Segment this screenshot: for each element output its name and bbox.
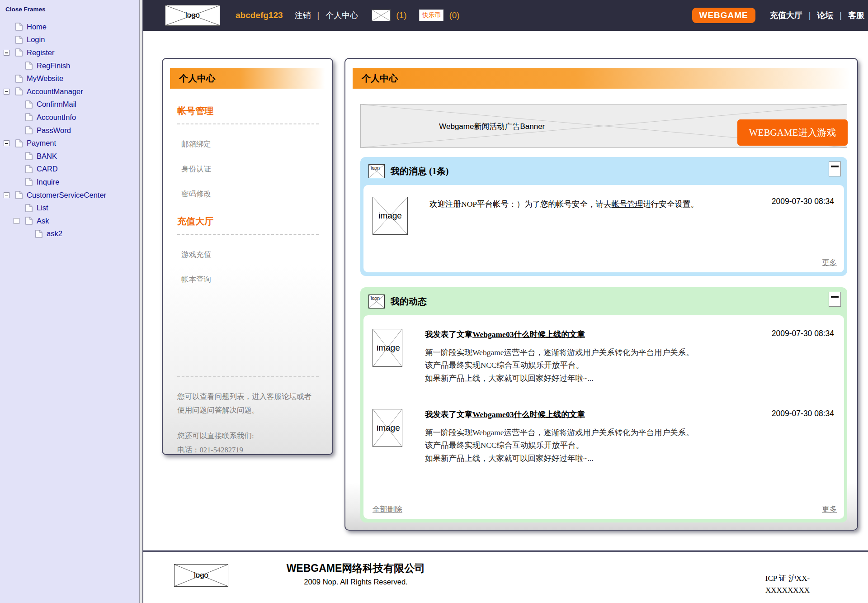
page-icon [25,217,33,225]
menu-item-password[interactable]: 密码修改 [177,189,319,199]
menu-item-identity[interactable]: 身份认证 [177,164,319,174]
contact-line: 您还可以直接联系我们: [177,431,319,441]
phone-number: 电话：021-54282719 [177,445,319,455]
site-logo[interactable]: logo [165,5,220,26]
minimize-button[interactable] [829,292,841,307]
right-panel-title: 个人中心 [353,68,850,89]
sidebar-item-label[interactable]: Ask [37,217,49,225]
page-icon [15,23,23,31]
collapse-toggle-icon[interactable] [4,192,9,198]
collapse-toggle-icon[interactable] [4,50,9,56]
contact-us-link[interactable]: 联系我们 [222,432,252,440]
messages-icon: icon [368,164,385,178]
activity-image-placeholder: image [373,409,402,447]
messages-more-link[interactable]: 更多 [822,258,837,268]
mail-icon[interactable] [372,9,391,21]
frame-divider[interactable] [139,0,143,603]
menu-item-mail-bind[interactable]: 邮箱绑定 [177,139,319,149]
logout-link[interactable]: 注销 [295,10,311,21]
sidebar-item-ask[interactable]: Ask [0,214,139,228]
sidebar-item-mywebsite[interactable]: MyWebsite [0,72,139,85]
collapse-toggle-icon[interactable] [4,89,9,95]
personal-center-link[interactable]: 个人中心 [326,10,358,21]
sidebar-item-label[interactable]: Home [27,23,47,31]
sidebar-item-label[interactable]: Register [27,48,54,57]
forum-link[interactable]: 论坛 [817,10,833,21]
sidebar-item-register[interactable]: Register [0,46,139,59]
sidebar-item-accountmanager[interactable]: AccountManager [0,85,139,98]
account-manage-heading[interactable]: 帐号管理 [177,105,319,124]
sidebar-tree: HomeLoginRegisterRegFinishMyWebsiteAccou… [0,20,139,240]
coin-icon[interactable]: 快乐币 [419,9,443,21]
minimize-button[interactable] [829,161,841,176]
menu-item-game-recharge[interactable]: 游戏充值 [177,250,319,260]
activities-title: 我的动态 [391,295,427,308]
activities-more-link[interactable]: 更多 [822,504,837,514]
sidebar-item-bank[interactable]: BANK [0,150,139,163]
activity-item: image我发表了文章Webgame03什么时候上线的文章2009-07-30 … [373,329,837,385]
sidebar-item-label[interactable]: ConfirmMail [37,100,76,109]
sidebar-item-customerservicecenter[interactable]: CustomerServiceCenter [0,189,139,202]
sidebar-item-label[interactable]: PassWord [37,126,71,135]
my-activities-section: icon 我的动态 image我发表了文章Webgame03什么时候上线的文章2… [360,287,847,522]
sidebar-item-label[interactable]: List [37,204,48,212]
menu-item-account-inquire[interactable]: 帐本查询 [177,275,319,285]
sidebar-item-label[interactable]: CARD [37,165,58,173]
webgame-button[interactable]: WEBGAME [692,8,755,23]
recharge-hall-link[interactable]: 充值大厅 [770,10,802,21]
activity-date: 2009-07-30 08:34 [772,409,837,420]
company-name: WEBGAME网络科技有限公司 [220,561,491,575]
logo-label: logo [185,11,200,20]
top-navbar: logo abcdefg123 注销 | 个人中心 (1) 快乐币 (0) WE… [143,0,868,31]
sidebar-item-label[interactable]: CustomerServiceCenter [27,191,106,199]
messages-header: icon 我的消息 (1条) [360,157,847,185]
page-icon [15,87,23,95]
sidebar-item-label[interactable]: AccountManager [27,87,83,96]
sidebar-item-inquire[interactable]: Inquire [0,176,139,189]
recharge-hall-heading[interactable]: 充值大厅 [177,215,319,235]
enter-game-button[interactable]: WEBGAME进入游戏 [737,119,848,146]
sidebar-item-label[interactable]: BANK [37,152,57,161]
message-text-pre: 欢迎注册NOP平台帐号：）为了您的帐号安全，请去 [429,199,612,209]
collapse-toggle-icon[interactable] [14,218,19,224]
coin-count[interactable]: (0) [449,10,459,20]
separator: | [317,11,320,20]
sidebar-item-payment[interactable]: Payment [0,137,139,150]
customer-service-link[interactable]: 客服 [848,10,864,21]
sidebar-item-login[interactable]: Login [0,33,139,47]
sidebar-item-label[interactable]: Login [27,35,45,44]
footer-company-block: WEBGAME网络科技有限公司 2009 Nop. All Rights Res… [220,561,491,586]
sidebar-item-accountinfo[interactable]: AccountInfo [0,111,139,124]
icp-license: ICP 证 沪XX- XXXXXXXX [745,573,830,597]
close-frames-link[interactable]: Close Frames [0,0,139,13]
sidebar-item-password[interactable]: PassWord [0,124,139,137]
sidebar-item-label[interactable]: MyWebsite [27,74,63,83]
account-manage-link[interactable]: 帐号管理 [612,199,643,209]
collapse-toggle-icon[interactable] [4,140,9,146]
sidebar-item-card[interactable]: CARD [0,163,139,176]
mail-count[interactable]: (1) [396,10,406,20]
username: abcdefg123 [236,10,283,20]
sidebar-item-list[interactable]: List [0,201,139,214]
sidebar-item-label[interactable]: AccountInfo [37,113,76,122]
sidebar-item-label[interactable]: RegFinish [37,62,70,70]
page-icon [25,113,33,121]
activity-body: 第一阶段实现Webgame运营平台，逐渐将游戏用户关系转化为平台用户关系。该产品… [425,346,837,385]
sidebar-item-regfinish[interactable]: RegFinish [0,59,139,72]
sidebar-item-label[interactable]: Inquire [37,178,59,186]
activities-list: image我发表了文章Webgame03什么时候上线的文章2009-07-30 … [373,329,837,465]
sidebar-item-label[interactable]: Payment [27,139,56,147]
activity-article-link[interactable]: Webgame03什么时候上线的文章 [472,410,585,419]
activity-item: image我发表了文章Webgame03什么时候上线的文章2009-07-30 … [373,409,837,465]
sidebar-item-label[interactable]: ask2 [47,229,62,238]
sidebar-item-ask2[interactable]: ask2 [0,228,139,241]
contact-suffix: : [252,432,254,440]
help-text: 您可以查看问题列表，进入客服论坛或者使用问题问答解决问题。 [177,390,319,417]
frames-sidebar: Close Frames HomeLoginRegisterRegFinishM… [0,0,139,603]
delete-all-link[interactable]: 全部删除 [373,504,402,514]
sidebar-item-home[interactable]: Home [0,20,139,33]
activities-body: image我发表了文章Webgame03什么时候上线的文章2009-07-30 … [363,315,844,519]
activity-article-link[interactable]: Webgame03什么时候上线的文章 [472,330,585,339]
copyright: 2009 Nop. All Rights Reserved. [220,578,491,586]
sidebar-item-confirmmail[interactable]: ConfirmMail [0,98,139,111]
